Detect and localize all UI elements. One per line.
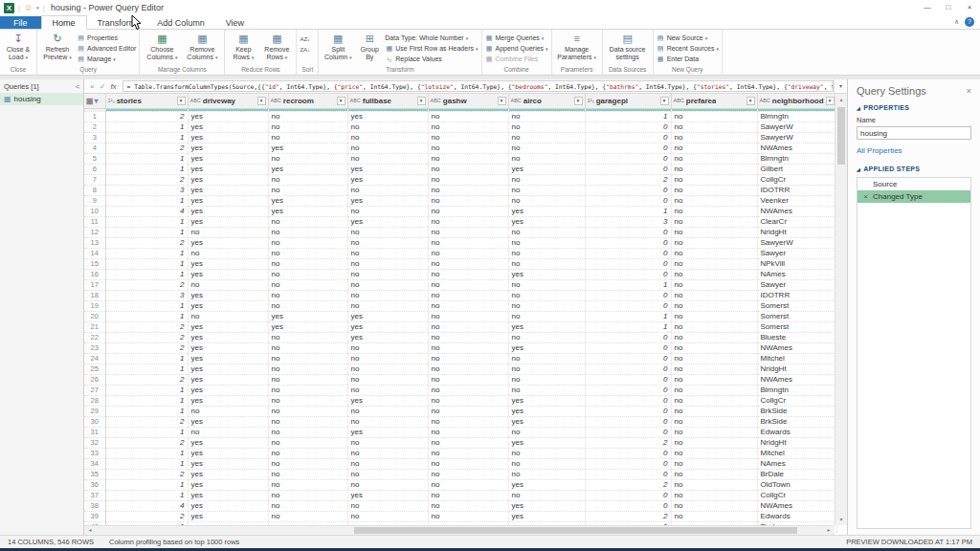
grid-cell[interactable]: no xyxy=(671,311,757,321)
grid-cell[interactable]: 1 xyxy=(105,364,188,374)
column-header-airco[interactable]: ABCairco▾ xyxy=(508,94,585,108)
grid-cell[interactable]: CollgCr xyxy=(757,174,836,185)
grid-cell[interactable]: no xyxy=(268,174,347,185)
grid-cell[interactable]: yes xyxy=(268,164,347,174)
grid-cell[interactable]: no xyxy=(428,269,508,279)
grid-cell[interactable]: no xyxy=(508,448,585,458)
grid-cell[interactable]: no xyxy=(347,237,428,248)
grid-cell[interactable]: no xyxy=(671,237,757,248)
grid-cell[interactable]: 0 xyxy=(585,195,671,206)
grid-cell[interactable]: no xyxy=(671,174,757,185)
grid-cell[interactable]: 4 xyxy=(105,206,188,216)
close-and-load-button[interactable]: ↧ Close & Load ▾ xyxy=(3,31,33,66)
grid-cell[interactable]: no xyxy=(268,216,347,227)
grid-cell[interactable]: Somerst xyxy=(757,321,836,332)
filter-button[interactable]: ▾ xyxy=(257,97,266,105)
collapse-ribbon-icon[interactable]: ∧ xyxy=(954,18,959,26)
grid-cell[interactable]: 4 xyxy=(105,500,188,511)
grid-cell[interactable]: NAmes xyxy=(757,269,836,279)
grid-cell[interactable]: yes xyxy=(188,490,268,500)
grid-cell[interactable]: no xyxy=(508,332,585,342)
quick-access-dropdown-icon[interactable]: ▾ xyxy=(36,5,39,11)
grid-cell[interactable]: no xyxy=(671,258,757,269)
grid-cell[interactable]: no xyxy=(428,195,508,206)
filter-button[interactable]: ▾ xyxy=(826,97,835,105)
filter-button[interactable]: ▾ xyxy=(660,97,669,105)
grid-cell[interactable]: yes xyxy=(268,311,347,321)
grid-cell[interactable]: 0 xyxy=(585,353,671,364)
grid-cell[interactable]: no xyxy=(188,427,268,437)
grid-cell[interactable]: yes xyxy=(188,216,268,227)
grid-cell[interactable]: no xyxy=(347,416,428,427)
grid-cell[interactable]: no xyxy=(347,353,428,364)
grid-cell[interactable]: no xyxy=(508,258,585,269)
grid-cell[interactable]: OldTown xyxy=(757,479,836,490)
row-number[interactable]: 36 xyxy=(84,479,105,490)
grid-cell[interactable]: 1 xyxy=(105,132,188,143)
grid-cell[interactable]: no xyxy=(671,353,757,364)
grid-cell[interactable]: 2 xyxy=(105,237,188,248)
grid-cell[interactable]: no xyxy=(428,342,508,353)
grid-cell[interactable]: no xyxy=(428,111,508,121)
grid-cell[interactable]: no xyxy=(508,458,585,469)
all-properties-link[interactable]: All Properties xyxy=(857,146,971,155)
row-number[interactable]: 11 xyxy=(84,216,105,227)
grid-cell[interactable]: yes xyxy=(188,185,268,195)
grid-cell[interactable]: yes xyxy=(188,511,268,521)
grid-cell[interactable]: NWAmes xyxy=(757,342,836,353)
grid-cell[interactable]: 2 xyxy=(585,511,671,521)
grid-cell[interactable]: yes xyxy=(188,321,268,332)
grid-cell[interactable]: no xyxy=(671,121,757,132)
grid-cell[interactable]: Veenker xyxy=(757,195,836,206)
grid-cell[interactable]: no xyxy=(347,227,428,237)
row-number[interactable]: 2 xyxy=(84,121,105,132)
grid-cell[interactable]: yes xyxy=(188,164,268,174)
grid-cell[interactable]: no xyxy=(508,290,585,300)
grid-cell[interactable]: no xyxy=(347,185,428,195)
grid-cell[interactable]: no xyxy=(428,164,508,174)
grid-cell[interactable]: no xyxy=(508,237,585,248)
row-number[interactable]: 21 xyxy=(84,321,105,332)
grid-cell[interactable]: yes xyxy=(268,143,347,153)
grid-cell[interactable]: no xyxy=(428,258,508,269)
row-number[interactable]: 22 xyxy=(84,332,105,342)
grid-cell[interactable]: 1 xyxy=(105,353,188,364)
grid-cell[interactable]: yes xyxy=(188,290,268,300)
row-number[interactable]: 29 xyxy=(84,406,105,416)
grid-cell[interactable]: Blmngtn xyxy=(757,153,836,164)
grid-cell[interactable]: yes xyxy=(188,153,268,164)
grid-cell[interactable]: yes xyxy=(508,500,585,511)
grid-cell[interactable]: no xyxy=(428,121,508,132)
sort-descending-button[interactable]: ZA↓ xyxy=(300,44,310,55)
grid-cell[interactable]: 1 xyxy=(585,321,671,332)
grid-cell[interactable]: no xyxy=(671,206,757,216)
grid-cell[interactable]: 3 xyxy=(105,290,188,300)
grid-cell[interactable]: no xyxy=(428,216,508,227)
grid-cell[interactable]: no xyxy=(268,185,347,195)
grid-cell[interactable]: no xyxy=(347,479,428,490)
grid-cell[interactable]: no xyxy=(508,195,585,206)
grid-cell[interactable]: 0 xyxy=(585,227,671,237)
grid-cell[interactable]: yes xyxy=(188,479,268,490)
grid-cell[interactable]: no xyxy=(508,153,585,164)
tab-file[interactable]: File xyxy=(0,16,41,29)
grid-cell[interactable]: no xyxy=(268,500,347,511)
grid-cell[interactable]: 0 xyxy=(585,300,671,311)
applied-steps-section-header[interactable]: ◢ APPLIED STEPS xyxy=(857,165,971,172)
grid-cell[interactable]: no xyxy=(347,143,428,153)
grid-cell[interactable]: no xyxy=(347,374,428,385)
grid-cell[interactable]: no xyxy=(347,500,428,511)
grid-cell[interactable]: BrDale xyxy=(757,469,836,479)
replace-values-button[interactable]: ¹₂ Replace Values xyxy=(385,54,478,64)
grid-cell[interactable]: no xyxy=(268,300,347,311)
row-number[interactable]: 30 xyxy=(84,416,105,427)
column-header-neighborhood[interactable]: ABCneighborhood▾ xyxy=(757,94,836,108)
grid-cell[interactable]: no xyxy=(347,342,428,353)
grid-cell[interactable]: no xyxy=(508,300,585,311)
grid-cell[interactable]: yes xyxy=(188,121,268,132)
grid-cell[interactable]: yes xyxy=(508,164,585,174)
query-item[interactable]: ▦housing xyxy=(0,93,83,105)
keep-rows-button[interactable]: ▦ Keep Rows ▾ xyxy=(228,31,258,66)
grid-cell[interactable]: no xyxy=(428,416,508,427)
scroll-left-icon[interactable]: ◂ xyxy=(84,526,96,535)
